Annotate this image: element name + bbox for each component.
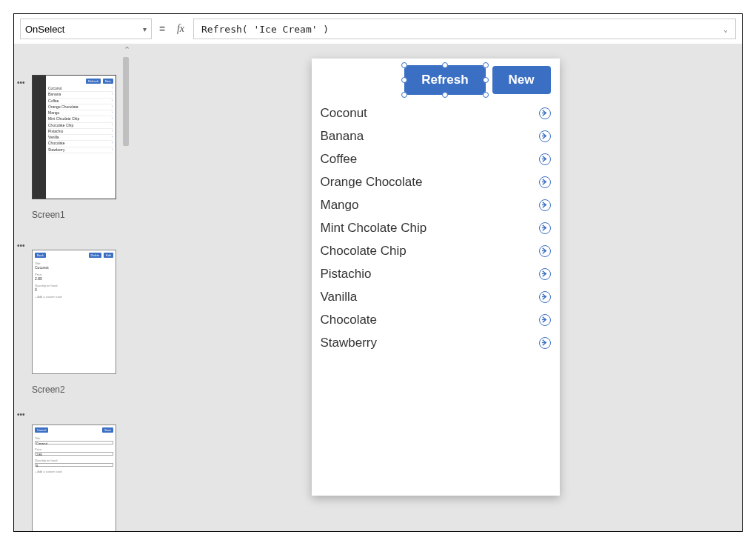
equals-label: = [156, 23, 168, 35]
property-dropdown-value: OnSelect [25, 24, 64, 35]
item-label: Coconut [321, 106, 367, 121]
formula-input[interactable]: Refresh( 'Ice Cream' ) ⌄ [193, 19, 736, 39]
list-item[interactable]: Mango [321, 193, 551, 216]
resize-handle[interactable] [442, 62, 448, 68]
design-canvas[interactable]: Refresh New CoconutBananaCoffeeOra [129, 44, 742, 531]
flavor-list: CoconutBananaCoffeeOrange ChocolateMango… [321, 101, 551, 354]
item-label: Stawberry [321, 336, 378, 350]
list-item[interactable]: Mint Chcolate Chip [321, 216, 551, 239]
arrow-right-icon[interactable] [539, 176, 551, 188]
arrow-right-icon[interactable] [539, 130, 551, 142]
item-label: Chocolate [321, 313, 378, 327]
item-label: Banana [321, 129, 364, 144]
new-button[interactable]: New [492, 66, 551, 94]
arrow-right-icon[interactable] [539, 291, 551, 303]
refresh-button[interactable]: Refresh [405, 66, 484, 94]
resize-handle[interactable] [442, 92, 448, 98]
thumbnail-label: Screen2 [32, 384, 126, 395]
thumb-menu-icon[interactable]: ••• [17, 242, 25, 250]
app-frame: OnSelect ▾ = fx Refresh( 'Ice Cream' ) ⌄… [13, 13, 743, 532]
arrow-right-icon[interactable] [539, 222, 551, 234]
main-area: ⌃ ••• Refresh New Coconut›Banana›Coffee›… [14, 44, 742, 531]
list-item[interactable]: Orange Chocolate [321, 170, 551, 193]
app-screen: Refresh New CoconutBananaCoffeeOra [312, 59, 560, 496]
item-label: Vanilla [321, 290, 358, 304]
item-label: Mint Chcolate Chip [321, 221, 427, 236]
resize-handle[interactable] [401, 77, 407, 83]
arrow-right-icon[interactable] [539, 153, 551, 165]
chevron-down-icon: ▾ [143, 25, 147, 33]
resize-handle[interactable] [483, 77, 489, 83]
resize-handle[interactable] [483, 62, 489, 68]
item-label: Coffee [321, 152, 358, 167]
thumbnail-screen3[interactable]: Cancel Save TitleCoconut Price2.80 Quant… [32, 425, 126, 531]
thumb-menu-icon[interactable]: ••• [17, 79, 25, 87]
list-item[interactable]: Pistachio [321, 262, 551, 285]
thumb-menu-icon[interactable]: ••• [17, 411, 25, 419]
arrow-right-icon[interactable] [539, 314, 551, 326]
resize-handle[interactable] [401, 62, 407, 68]
arrow-right-icon[interactable] [539, 337, 551, 349]
list-item[interactable]: Stawberry [321, 331, 551, 354]
property-dropdown[interactable]: OnSelect ▾ [20, 19, 152, 39]
thumbnail-label: Screen1 [32, 210, 126, 220]
list-item[interactable]: Banana [321, 124, 551, 147]
item-label: Mango [321, 198, 359, 213]
arrow-right-icon[interactable] [539, 268, 551, 280]
resize-handle[interactable] [401, 92, 407, 98]
thumbnail-screen2[interactable]: Back Delete Edit TitleCoconut Price2.80 … [32, 250, 126, 395]
formula-bar: OnSelect ▾ = fx Refresh( 'Ice Cream' ) ⌄ [14, 14, 742, 44]
item-label: Chocolate Chip [321, 244, 407, 259]
item-label: Orange Chocolate [321, 175, 423, 190]
formula-text: Refresh( 'Ice Cream' ) [201, 24, 329, 35]
thumbnail-screen1[interactable]: Refresh New Coconut›Banana›Coffee›Orange… [32, 75, 126, 220]
formula-expand-icon: ⌄ [723, 25, 728, 33]
resize-handle[interactable] [483, 92, 489, 98]
scroll-up-icon[interactable]: ⌃ [124, 45, 129, 55]
fx-icon: fx [173, 23, 189, 35]
screen-thumbnail-rail: ⌃ ••• Refresh New Coconut›Banana›Coffee›… [14, 44, 129, 531]
list-item[interactable]: Coconut [321, 101, 551, 124]
arrow-right-icon[interactable] [539, 107, 551, 119]
list-item[interactable]: Vanilla [321, 285, 551, 308]
list-item[interactable]: Coffee [321, 147, 551, 170]
list-item[interactable]: Chocolate [321, 308, 551, 331]
arrow-right-icon[interactable] [539, 245, 551, 257]
rail-scrollbar[interactable] [123, 57, 129, 531]
item-label: Pistachio [321, 267, 372, 282]
arrow-right-icon[interactable] [539, 199, 551, 211]
list-item[interactable]: Chocolate Chip [321, 239, 551, 262]
